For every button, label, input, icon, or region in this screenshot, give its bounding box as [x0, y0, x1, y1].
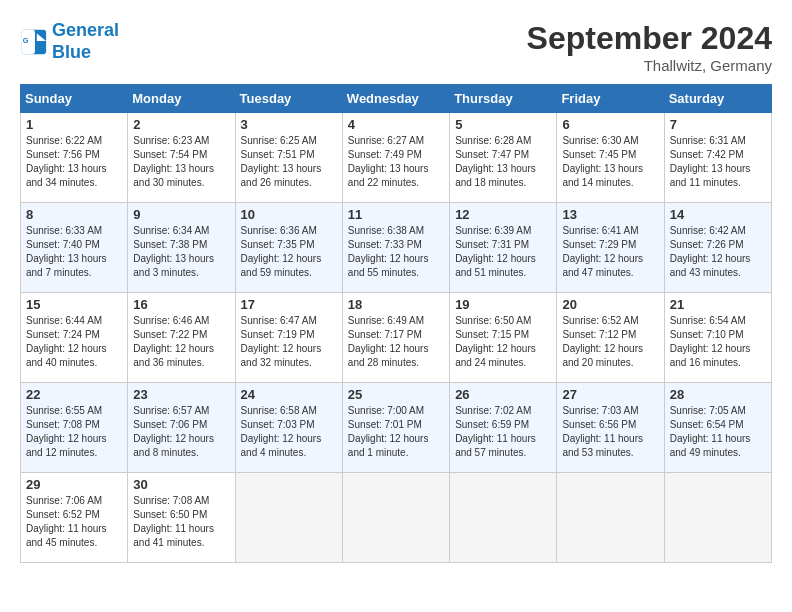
- title-block: September 2024 Thallwitz, Germany: [527, 20, 772, 74]
- cell-info: Sunrise: 6:30 AM Sunset: 7:45 PM Dayligh…: [562, 134, 658, 190]
- table-row: 10 Sunrise: 6:36 AM Sunset: 7:35 PM Dayl…: [235, 203, 342, 293]
- col-friday: Friday: [557, 85, 664, 113]
- logo-icon: G: [20, 28, 48, 56]
- table-row: 8 Sunrise: 6:33 AM Sunset: 7:40 PM Dayli…: [21, 203, 128, 293]
- page-header: G General Blue September 2024 Thallwitz,…: [20, 20, 772, 74]
- cell-info: Sunrise: 6:41 AM Sunset: 7:29 PM Dayligh…: [562, 224, 658, 280]
- cell-info: Sunrise: 6:55 AM Sunset: 7:08 PM Dayligh…: [26, 404, 122, 460]
- table-row: 28 Sunrise: 7:05 AM Sunset: 6:54 PM Dayl…: [664, 383, 771, 473]
- cell-info: Sunrise: 6:49 AM Sunset: 7:17 PM Dayligh…: [348, 314, 444, 370]
- table-row: 13 Sunrise: 6:41 AM Sunset: 7:29 PM Dayl…: [557, 203, 664, 293]
- cell-info: Sunrise: 7:08 AM Sunset: 6:50 PM Dayligh…: [133, 494, 229, 550]
- cell-info: Sunrise: 6:39 AM Sunset: 7:31 PM Dayligh…: [455, 224, 551, 280]
- day-number: 16: [133, 297, 229, 312]
- cell-info: Sunrise: 6:28 AM Sunset: 7:47 PM Dayligh…: [455, 134, 551, 190]
- calendar-week-2: 8 Sunrise: 6:33 AM Sunset: 7:40 PM Dayli…: [21, 203, 772, 293]
- calendar-week-4: 22 Sunrise: 6:55 AM Sunset: 7:08 PM Dayl…: [21, 383, 772, 473]
- table-row: 30 Sunrise: 7:08 AM Sunset: 6:50 PM Dayl…: [128, 473, 235, 563]
- table-row: 23 Sunrise: 6:57 AM Sunset: 7:06 PM Dayl…: [128, 383, 235, 473]
- table-row: 15 Sunrise: 6:44 AM Sunset: 7:24 PM Dayl…: [21, 293, 128, 383]
- table-row: [235, 473, 342, 563]
- cell-info: Sunrise: 6:31 AM Sunset: 7:42 PM Dayligh…: [670, 134, 766, 190]
- table-row: 17 Sunrise: 6:47 AM Sunset: 7:19 PM Dayl…: [235, 293, 342, 383]
- day-number: 4: [348, 117, 444, 132]
- logo: G General Blue: [20, 20, 119, 63]
- col-tuesday: Tuesday: [235, 85, 342, 113]
- cell-info: Sunrise: 7:03 AM Sunset: 6:56 PM Dayligh…: [562, 404, 658, 460]
- table-row: 2 Sunrise: 6:23 AM Sunset: 7:54 PM Dayli…: [128, 113, 235, 203]
- table-row: 6 Sunrise: 6:30 AM Sunset: 7:45 PM Dayli…: [557, 113, 664, 203]
- table-row: 24 Sunrise: 6:58 AM Sunset: 7:03 PM Dayl…: [235, 383, 342, 473]
- day-number: 28: [670, 387, 766, 402]
- calendar-week-3: 15 Sunrise: 6:44 AM Sunset: 7:24 PM Dayl…: [21, 293, 772, 383]
- cell-info: Sunrise: 6:23 AM Sunset: 7:54 PM Dayligh…: [133, 134, 229, 190]
- logo-text: General Blue: [52, 20, 119, 63]
- day-number: 11: [348, 207, 444, 222]
- month-title: September 2024: [527, 20, 772, 57]
- cell-info: Sunrise: 7:06 AM Sunset: 6:52 PM Dayligh…: [26, 494, 122, 550]
- logo-line2: Blue: [52, 42, 91, 62]
- table-row: 22 Sunrise: 6:55 AM Sunset: 7:08 PM Dayl…: [21, 383, 128, 473]
- day-number: 10: [241, 207, 337, 222]
- table-row: 20 Sunrise: 6:52 AM Sunset: 7:12 PM Dayl…: [557, 293, 664, 383]
- svg-text:G: G: [23, 36, 29, 45]
- day-number: 26: [455, 387, 551, 402]
- table-row: 9 Sunrise: 6:34 AM Sunset: 7:38 PM Dayli…: [128, 203, 235, 293]
- day-number: 15: [26, 297, 122, 312]
- table-row: 18 Sunrise: 6:49 AM Sunset: 7:17 PM Dayl…: [342, 293, 449, 383]
- day-number: 3: [241, 117, 337, 132]
- day-number: 25: [348, 387, 444, 402]
- day-number: 14: [670, 207, 766, 222]
- day-number: 23: [133, 387, 229, 402]
- cell-info: Sunrise: 6:50 AM Sunset: 7:15 PM Dayligh…: [455, 314, 551, 370]
- day-number: 1: [26, 117, 122, 132]
- table-row: 1 Sunrise: 6:22 AM Sunset: 7:56 PM Dayli…: [21, 113, 128, 203]
- day-number: 2: [133, 117, 229, 132]
- table-row: [557, 473, 664, 563]
- day-number: 6: [562, 117, 658, 132]
- cell-info: Sunrise: 6:34 AM Sunset: 7:38 PM Dayligh…: [133, 224, 229, 280]
- day-number: 5: [455, 117, 551, 132]
- calendar-week-5: 29 Sunrise: 7:06 AM Sunset: 6:52 PM Dayl…: [21, 473, 772, 563]
- calendar-table: Sunday Monday Tuesday Wednesday Thursday…: [20, 84, 772, 563]
- day-number: 7: [670, 117, 766, 132]
- cell-info: Sunrise: 6:42 AM Sunset: 7:26 PM Dayligh…: [670, 224, 766, 280]
- day-number: 9: [133, 207, 229, 222]
- table-row: 3 Sunrise: 6:25 AM Sunset: 7:51 PM Dayli…: [235, 113, 342, 203]
- day-number: 22: [26, 387, 122, 402]
- table-row: 4 Sunrise: 6:27 AM Sunset: 7:49 PM Dayli…: [342, 113, 449, 203]
- col-monday: Monday: [128, 85, 235, 113]
- table-row: [450, 473, 557, 563]
- table-row: 26 Sunrise: 7:02 AM Sunset: 6:59 PM Dayl…: [450, 383, 557, 473]
- cell-info: Sunrise: 7:02 AM Sunset: 6:59 PM Dayligh…: [455, 404, 551, 460]
- table-row: 25 Sunrise: 7:00 AM Sunset: 7:01 PM Dayl…: [342, 383, 449, 473]
- table-row: 16 Sunrise: 6:46 AM Sunset: 7:22 PM Dayl…: [128, 293, 235, 383]
- cell-info: Sunrise: 6:44 AM Sunset: 7:24 PM Dayligh…: [26, 314, 122, 370]
- cell-info: Sunrise: 6:38 AM Sunset: 7:33 PM Dayligh…: [348, 224, 444, 280]
- table-row: 19 Sunrise: 6:50 AM Sunset: 7:15 PM Dayl…: [450, 293, 557, 383]
- col-saturday: Saturday: [664, 85, 771, 113]
- day-number: 13: [562, 207, 658, 222]
- calendar-week-1: 1 Sunrise: 6:22 AM Sunset: 7:56 PM Dayli…: [21, 113, 772, 203]
- table-row: 14 Sunrise: 6:42 AM Sunset: 7:26 PM Dayl…: [664, 203, 771, 293]
- cell-info: Sunrise: 6:36 AM Sunset: 7:35 PM Dayligh…: [241, 224, 337, 280]
- day-number: 8: [26, 207, 122, 222]
- table-row: 29 Sunrise: 7:06 AM Sunset: 6:52 PM Dayl…: [21, 473, 128, 563]
- table-row: [664, 473, 771, 563]
- cell-info: Sunrise: 6:25 AM Sunset: 7:51 PM Dayligh…: [241, 134, 337, 190]
- cell-info: Sunrise: 6:52 AM Sunset: 7:12 PM Dayligh…: [562, 314, 658, 370]
- day-number: 18: [348, 297, 444, 312]
- col-sunday: Sunday: [21, 85, 128, 113]
- day-number: 29: [26, 477, 122, 492]
- location: Thallwitz, Germany: [527, 57, 772, 74]
- cell-info: Sunrise: 7:00 AM Sunset: 7:01 PM Dayligh…: [348, 404, 444, 460]
- day-number: 30: [133, 477, 229, 492]
- table-row: 21 Sunrise: 6:54 AM Sunset: 7:10 PM Dayl…: [664, 293, 771, 383]
- day-number: 12: [455, 207, 551, 222]
- table-row: 5 Sunrise: 6:28 AM Sunset: 7:47 PM Dayli…: [450, 113, 557, 203]
- day-number: 21: [670, 297, 766, 312]
- table-row: [342, 473, 449, 563]
- cell-info: Sunrise: 6:33 AM Sunset: 7:40 PM Dayligh…: [26, 224, 122, 280]
- logo-line1: General: [52, 20, 119, 40]
- col-thursday: Thursday: [450, 85, 557, 113]
